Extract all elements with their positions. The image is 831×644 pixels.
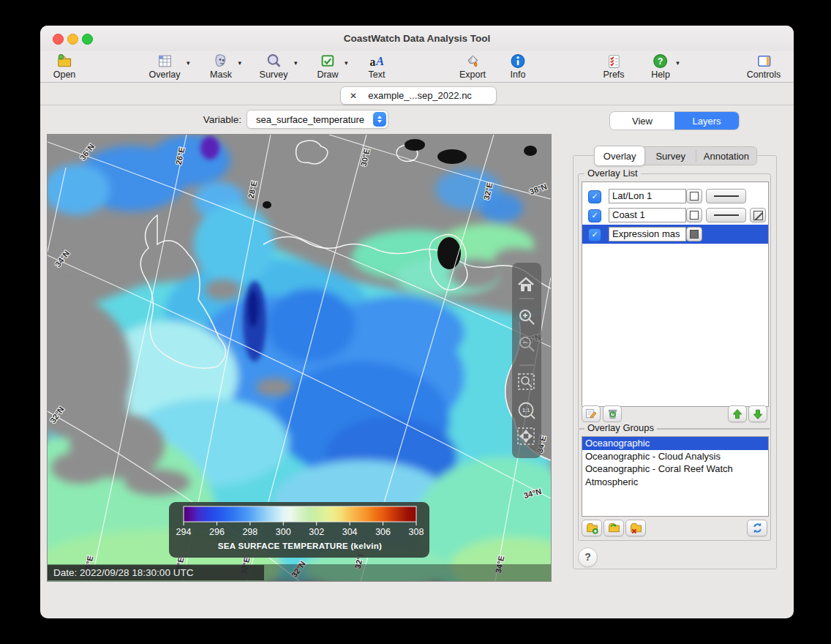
group-item[interactable]: Oceanographic - Coral Reef Watch <box>582 463 768 476</box>
line-icon <box>714 214 739 216</box>
info-icon <box>510 53 527 70</box>
toolbar-button-mask[interactable]: ▾Mask <box>210 53 232 80</box>
svg-text:?: ? <box>658 56 663 67</box>
document-tab[interactable]: ✕ example_...sep_2022.nc <box>340 86 497 105</box>
swatch-icon <box>690 192 699 201</box>
tab-annotation[interactable]: Annotation <box>696 147 756 165</box>
toolbar-button-label: Text <box>369 70 386 80</box>
mask-icon <box>213 53 230 70</box>
toolbar-button-prefs[interactable]: Prefs <box>603 53 624 80</box>
toolbar-button-label: Help <box>651 70 670 80</box>
toolbar-button-label: Mask <box>210 70 232 80</box>
select-stepper-icon <box>373 112 386 127</box>
view-layers-toggle: ViewLayers <box>609 111 740 130</box>
app-window: CoastWatch Data Analysis Tool Open▾Overl… <box>40 26 794 618</box>
help-button[interactable]: ? <box>578 547 598 567</box>
overlay-row[interactable]: ✓Expression mas <box>582 225 768 244</box>
toolbar-button-label: Info <box>511 70 526 80</box>
layer-name-field[interactable]: Coast 1 <box>609 208 686 222</box>
controls-icon <box>755 53 772 70</box>
overlay-list[interactable]: ✓Lat/Lon 1✓Coast 1✓Expression mas <box>582 181 769 407</box>
export-icon <box>464 53 481 70</box>
delete-group-button[interactable] <box>625 520 646 536</box>
fill-style-button[interactable] <box>750 208 766 222</box>
color-swatch-button[interactable] <box>686 227 702 242</box>
svg-text:1:1: 1:1 <box>522 408 530 413</box>
toolbar-button-draw[interactable]: ▾Draw <box>317 53 338 80</box>
folder-add-icon <box>585 521 599 535</box>
prefs-icon <box>606 53 623 70</box>
dropdown-caret-icon: ▾ <box>294 59 298 67</box>
date-bar: Date: 2022/09/28 18:30:00 UTC <box>48 564 551 581</box>
overlay-row[interactable]: ✓Coast 1 <box>582 206 768 225</box>
tabstrip-divider <box>40 105 794 105</box>
group-item[interactable]: Atmospheric <box>582 476 768 489</box>
survey-magnifier-icon <box>266 53 282 70</box>
layer-name-field[interactable]: Expression mas <box>609 227 686 242</box>
toolbar-button-label: Overlay <box>148 70 180 80</box>
toolbar-button-controls[interactable]: Controls <box>747 53 781 80</box>
variable-value: sea_surface_temperature <box>247 114 373 125</box>
toolbar-button-info[interactable]: Info <box>510 53 527 80</box>
date-text: Date: 2022/09/28 18:30:00 UTC <box>53 567 194 578</box>
toolbar-button-text[interactable]: aAText <box>369 53 386 80</box>
toolbar-button-label: Draw <box>317 70 338 80</box>
toolbar-button-open[interactable]: Open <box>53 53 76 80</box>
visibility-checkbox[interactable]: ✓ <box>588 209 601 222</box>
fill-icon <box>753 211 763 220</box>
layer-name-field[interactable]: Lat/Lon 1 <box>609 189 686 203</box>
toolbar-button-survey[interactable]: ▾Survey <box>260 53 288 80</box>
panel-tabs: OverlaySurveyAnnotation <box>594 146 757 165</box>
swatch-icon <box>690 230 699 239</box>
colorbar <box>184 506 416 522</box>
overlay-groups-list[interactable]: OceanographicOceanographic - Cloud Analy… <box>582 436 769 517</box>
move-overlay-up-button[interactable] <box>728 405 747 422</box>
dropdown-caret-icon: ▾ <box>676 59 680 67</box>
group-item[interactable]: Oceanographic - Cloud Analysis <box>582 450 768 463</box>
overlay-grid-icon <box>156 53 173 70</box>
colorbar-tick-label: 300 <box>276 527 291 537</box>
overlay-groups-title: Overlay Groups <box>584 422 657 433</box>
color-swatch-button[interactable] <box>686 208 702 222</box>
variable-select[interactable]: sea_surface_temperature <box>247 110 388 129</box>
refresh-groups-button[interactable] <box>747 520 767 536</box>
toolbar-button-export[interactable]: Export <box>459 53 486 80</box>
move-overlay-down-button[interactable] <box>748 405 767 422</box>
toolbar-button-label: Open <box>53 70 76 80</box>
colorbar-tick-label: 308 <box>409 527 424 537</box>
map-nav-toolbar[interactable]: 1:1 <box>512 263 541 458</box>
titlebar: CoastWatch Data Analysis Tool <box>40 26 794 52</box>
visibility-checkbox[interactable]: ✓ <box>588 228 601 242</box>
colorbar-tick-label: 298 <box>242 527 257 537</box>
group-item[interactable]: Oceanographic <box>582 437 768 450</box>
delete-overlay-button[interactable] <box>603 405 622 422</box>
up-arrow-icon <box>731 408 744 421</box>
tab-survey[interactable]: Survey <box>645 147 695 165</box>
draw-icon <box>319 53 336 70</box>
window-title: CoastWatch Data Analysis Tool <box>40 26 794 51</box>
edit-icon <box>584 407 598 421</box>
line-style-button[interactable] <box>706 189 746 203</box>
dropdown-caret-icon: ▾ <box>238 59 241 67</box>
overlay-groups-groupbox: Overlay Groups OceanographicOceanographi… <box>578 428 771 541</box>
create-group-button[interactable] <box>582 520 602 536</box>
map-view[interactable]: 36°N26°E28°E30°E32°E38°N34°N36°N32°N34°E… <box>47 134 552 582</box>
toggle-option-view[interactable]: View <box>610 112 674 130</box>
colorbar-tick-label: 304 <box>342 527 358 537</box>
load-group-button[interactable] <box>603 520 624 536</box>
edit-overlay-button[interactable] <box>582 405 601 422</box>
toolbar-button-help[interactable]: ?▾Help <box>651 53 670 80</box>
tab-close-icon[interactable]: ✕ <box>350 91 357 101</box>
overlay-row[interactable]: ✓Lat/Lon 1 <box>582 187 768 206</box>
toggle-option-layers[interactable]: Layers <box>674 112 739 130</box>
line-style-button[interactable] <box>706 208 746 222</box>
toolbar-button-label: Export <box>459 70 486 80</box>
toolbar: Open▾Overlay▾Mask▾Survey▾DrawaATextExpor… <box>40 51 794 83</box>
colorbar-tick-label: 302 <box>309 527 324 537</box>
tab-overlay[interactable]: Overlay <box>594 146 645 166</box>
visibility-checkbox[interactable]: ✓ <box>588 190 601 203</box>
overlay-list-title: Overlay List <box>584 168 641 179</box>
toolbar-button-overlay[interactable]: ▾Overlay <box>148 53 180 80</box>
color-swatch-button[interactable] <box>686 189 702 203</box>
trash-icon <box>606 407 620 421</box>
